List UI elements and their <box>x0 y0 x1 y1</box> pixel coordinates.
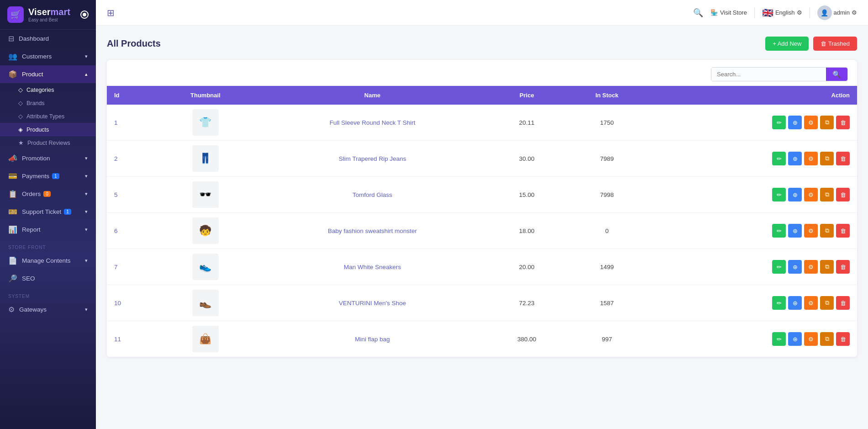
table-row: 2 👖 Slim Trapered Rip Jeans 30.00 7989 ✏… <box>107 141 857 177</box>
sidebar-item-brands[interactable]: ◇ Brands <box>0 96 96 110</box>
chevron-down-icon: ⚙ <box>852 9 857 16</box>
delete-button[interactable]: 🗑 <box>836 296 850 310</box>
customers-icon: 👥 <box>8 52 17 61</box>
duplicate-button[interactable]: ⧉ <box>820 116 834 129</box>
delete-button[interactable]: 🗑 <box>836 332 850 346</box>
cell-action: ✏ ⊕ ⚙ ⧉ 🗑 <box>649 105 857 141</box>
duplicate-button[interactable]: ⧉ <box>820 260 834 274</box>
edit-button[interactable]: ✏ <box>772 188 786 201</box>
sidebar-item-promotion[interactable]: 📣 Promotion ▾ <box>0 149 96 167</box>
cell-thumbnail: 👜 <box>155 321 256 357</box>
duplicate-button[interactable]: ⧉ <box>820 152 834 165</box>
sidebar-item-product-reviews[interactable]: ★ Product Reviews <box>0 136 96 149</box>
logo-tagline: Easy and Best <box>28 17 70 22</box>
categories-icon: ◇ <box>18 86 23 93</box>
orders-badge: 0 <box>43 191 51 197</box>
flag-icon: 🇬🇧 <box>762 7 773 18</box>
search-input[interactable] <box>711 68 826 81</box>
delete-button[interactable]: 🗑 <box>836 152 850 165</box>
search-button[interactable]: 🔍 <box>826 68 847 81</box>
sidebar-item-seo[interactable]: 🔎 SEO <box>0 270 96 287</box>
sidebar-item-products[interactable]: ◈ Products <box>0 123 96 136</box>
system-section-label: SYSTEM <box>0 287 96 301</box>
view-button[interactable]: ⊕ <box>788 332 802 346</box>
edit-button[interactable]: ✏ <box>772 152 786 165</box>
visit-store-link[interactable]: 🏪 Visit Store <box>710 9 747 16</box>
products-table: Id Thumbnail Name Price In Stock Action … <box>107 86 857 357</box>
cell-id: 10 <box>107 285 155 321</box>
cell-id: 7 <box>107 249 155 285</box>
admin-menu[interactable]: 👤 admin ⚙ <box>817 5 857 20</box>
sidebar-item-support-ticket[interactable]: 🎫 Support Ticket 1 ▾ <box>0 203 96 221</box>
view-button[interactable]: ⊕ <box>788 296 802 310</box>
chevron-down-icon: ▾ <box>85 258 88 264</box>
table-header: Id Thumbnail Name Price In Stock Action <box>107 86 857 105</box>
delete-button[interactable]: 🗑 <box>836 116 850 129</box>
settings-button[interactable]: ⚙ <box>804 152 818 165</box>
language-selector[interactable]: 🇬🇧 English ⚙ <box>762 7 802 18</box>
attribute-types-icon: ◇ <box>18 113 23 120</box>
add-new-button[interactable]: + Add New <box>765 37 809 51</box>
edit-button[interactable]: ✏ <box>772 116 786 129</box>
sidebar-item-customers[interactable]: 👥 Customers ▾ <box>0 48 96 65</box>
sidebar-item-label: Support Ticket <box>22 208 61 215</box>
edit-button[interactable]: ✏ <box>772 296 786 310</box>
product-thumbnail: 🧒 <box>192 217 219 244</box>
sidebar-item-report[interactable]: 📊 Report ▾ <box>0 221 96 238</box>
edit-button[interactable]: ✏ <box>772 260 786 274</box>
sidebar-item-attribute-types[interactable]: ◇ Attribute Types <box>0 110 96 123</box>
view-button[interactable]: ⊕ <box>788 188 802 201</box>
sidebar-item-payments[interactable]: 💳 Payments 1 ▾ <box>0 167 96 185</box>
chevron-down-icon: ▾ <box>85 173 88 179</box>
duplicate-button[interactable]: ⧉ <box>820 296 834 310</box>
product-thumbnail: 👟 <box>192 254 219 280</box>
delete-button[interactable]: 🗑 <box>836 224 850 238</box>
sidebar-item-gateways[interactable]: ⚙ Gateways ▾ <box>0 301 96 318</box>
main-area: ⊞ 🔍 🏪 Visit Store 🇬🇧 English ⚙ 👤 admin ⚙… <box>96 0 868 429</box>
cell-action: ✏ ⊕ ⚙ ⧉ 🗑 <box>649 249 857 285</box>
page-header: All Products + Add New 🗑 Trashed <box>107 37 857 51</box>
sidebar-item-dashboard[interactable]: ⊟ Dashboard <box>0 30 96 48</box>
settings-button[interactable]: ⚙ <box>804 296 818 310</box>
col-action: Action <box>649 86 857 105</box>
delete-button[interactable]: 🗑 <box>836 188 850 201</box>
settings-button[interactable]: ⚙ <box>804 224 818 238</box>
sidebar-item-categories[interactable]: ◇ Categories <box>0 83 96 96</box>
view-button[interactable]: ⊕ <box>788 224 802 238</box>
dashboard-icon: ⊟ <box>8 34 14 43</box>
sidebar-item-manage-contents[interactable]: 📄 Manage Contents ▾ <box>0 252 96 270</box>
sidebar-item-label: Gateways <box>19 306 47 313</box>
sidebar-item-label: Product <box>22 71 43 78</box>
settings-button[interactable]: ⚙ <box>804 188 818 201</box>
view-button[interactable]: ⊕ <box>788 152 802 165</box>
action-buttons: ✏ ⊕ ⚙ ⧉ 🗑 <box>657 332 850 346</box>
duplicate-button[interactable]: ⧉ <box>820 224 834 238</box>
promotion-icon: 📣 <box>8 154 17 163</box>
duplicate-button[interactable]: ⧉ <box>820 332 834 346</box>
grid-icon: ⊞ <box>107 7 115 18</box>
sidebar-item-orders[interactable]: 📋 Orders 0 ▾ <box>0 185 96 203</box>
edit-button[interactable]: ✏ <box>772 332 786 346</box>
topbar: ⊞ 🔍 🏪 Visit Store 🇬🇧 English ⚙ 👤 admin ⚙ <box>96 0 868 26</box>
product-icon: 📦 <box>8 70 17 79</box>
settings-button[interactable]: ⚙ <box>804 116 818 129</box>
duplicate-button[interactable]: ⧉ <box>820 188 834 201</box>
topbar-search-icon[interactable]: 🔍 <box>693 8 703 18</box>
edit-button[interactable]: ✏ <box>772 224 786 238</box>
action-buttons: ✏ ⊕ ⚙ ⧉ 🗑 <box>657 152 850 165</box>
sidebar-item-label: Manage Contents <box>22 257 71 264</box>
sidebar-toggle-button[interactable] <box>80 11 89 19</box>
cell-id: 6 <box>107 213 155 249</box>
settings-button[interactable]: ⚙ <box>804 332 818 346</box>
view-button[interactable]: ⊕ <box>788 116 802 129</box>
cell-id: 11 <box>107 321 155 357</box>
sidebar-item-label: Categories <box>26 87 54 93</box>
settings-button[interactable]: ⚙ <box>804 260 818 274</box>
sidebar-item-product[interactable]: 📦 Product ▴ <box>0 65 96 83</box>
trashed-button[interactable]: 🗑 Trashed <box>813 37 857 51</box>
topbar-divider <box>754 7 755 18</box>
sidebar-item-label: Orders <box>22 191 41 197</box>
language-label: English <box>775 9 795 16</box>
view-button[interactable]: ⊕ <box>788 260 802 274</box>
delete-button[interactable]: 🗑 <box>836 260 850 274</box>
